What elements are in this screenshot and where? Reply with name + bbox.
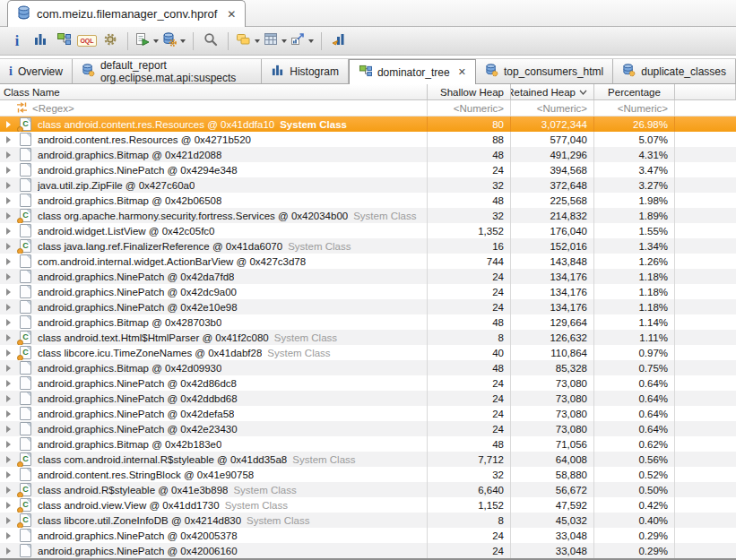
tab-duplicate-classes[interactable]: duplicate_classes (613, 59, 736, 83)
expand-arrow-icon[interactable] (6, 334, 11, 341)
editor-tab-hprof[interactable]: com.meizu.filemanager_conv.hprof ✕ (7, 0, 246, 27)
oql-button[interactable]: OQL (77, 30, 97, 52)
expand-arrow-icon[interactable] (6, 319, 11, 326)
query-browser-button[interactable] (162, 30, 186, 52)
info-button[interactable]: i (7, 30, 27, 52)
system-class-badge: System Class (353, 211, 416, 221)
oql-icon: OQL (77, 35, 96, 47)
class-name-cell: android.graphics.NinePatch @ 0x4294e348 (0, 162, 428, 177)
table-row[interactable]: com.android.internal.widget.ActionBarVie… (0, 254, 736, 269)
column-header-percentage[interactable]: Percentage (594, 84, 675, 99)
table-row[interactable]: class libcore.util.ZoneInfoDB @ 0x4214d8… (0, 513, 736, 528)
table-row[interactable]: class libcore.icu.TimeZoneNames @ 0x41da… (0, 345, 736, 360)
numeric-filter-retained[interactable]: <Numeric> (511, 100, 594, 116)
expand-arrow-icon[interactable] (6, 471, 11, 478)
shallow-heap-cell: 24 (428, 375, 511, 391)
table-row[interactable]: class org.apache.harmony.security.fortre… (0, 208, 736, 223)
table-row[interactable]: android.content.res.StringBlock @ 0x41e9… (0, 467, 736, 482)
table-row[interactable]: android.graphics.NinePatch @ 0x42ddbd68 … (0, 391, 736, 406)
expand-arrow-icon[interactable] (6, 304, 11, 311)
table-row[interactable]: class android.content.res.Resources @ 0x… (0, 116, 736, 132)
table-row[interactable]: android.graphics.NinePatch @ 0x42dc9a00 … (0, 284, 736, 299)
dominator-tree-icon (56, 32, 71, 49)
expand-arrow-icon[interactable] (6, 517, 11, 524)
expand-arrow-icon[interactable] (6, 502, 11, 509)
expand-arrow-icon[interactable] (6, 258, 11, 265)
table-row[interactable]: android.graphics.Bitmap @ 0x42d09930 48 … (0, 360, 736, 375)
row-icon (20, 376, 31, 390)
table-row[interactable]: class android.text.Html$HtmlParser @ 0x4… (0, 330, 736, 345)
expand-arrow-icon[interactable] (6, 395, 11, 402)
table-row[interactable]: android.graphics.NinePatch @ 0x42da7fd8 … (0, 269, 736, 284)
table-row[interactable]: class com.android.internal.R$styleable @… (0, 452, 736, 467)
expand-arrow-icon[interactable] (6, 410, 11, 418)
search-button[interactable] (201, 30, 221, 52)
expand-arrow-icon[interactable] (6, 289, 11, 296)
expand-arrow-icon[interactable] (6, 212, 11, 220)
table-row[interactable]: android.graphics.Bitmap @ 0x42b183e0 48 … (0, 436, 736, 452)
shallow-heap-cell: 88 (428, 132, 511, 147)
group-by-button[interactable] (236, 30, 260, 52)
numeric-filter-shallow[interactable]: <Numeric> (428, 100, 511, 116)
table-row[interactable]: class android.R$styleable @ 0x41e3b898 S… (0, 482, 736, 497)
expand-arrow-icon[interactable] (6, 532, 11, 539)
table-row[interactable]: class java.lang.ref.FinalizerReference @… (0, 238, 736, 254)
table-row[interactable]: android.graphics.NinePatch @ 0x42006160 … (0, 543, 736, 558)
shallow-heap-cell: 24 (428, 406, 511, 421)
tab-histogram[interactable]: Histogram (262, 59, 349, 83)
expand-arrow-icon[interactable] (6, 136, 11, 143)
table-row[interactable]: android.graphics.Bitmap @ 0x428703b0 48 … (0, 314, 736, 330)
expand-arrow-icon[interactable] (6, 182, 11, 189)
close-icon[interactable]: ✕ (458, 66, 466, 78)
dominator-tree-button[interactable] (54, 30, 74, 52)
table-row[interactable]: android.graphics.Bitmap @ 0x421d2088 48 … (0, 147, 736, 162)
tab-top-consumers-html[interactable]: top_consumers_html (476, 59, 613, 83)
expand-arrow-icon[interactable] (6, 197, 11, 204)
expand-arrow-icon[interactable] (6, 273, 11, 280)
row-label: android.graphics.Bitmap @ 0x421d2088 (38, 150, 221, 160)
expand-arrow-icon[interactable] (6, 380, 11, 387)
table-row[interactable]: android.graphics.NinePatch @ 0x42e10e98 … (0, 299, 736, 314)
table-row[interactable]: android.graphics.NinePatch @ 0x42e23430 … (0, 421, 736, 436)
tab-default-report[interactable]: default_report org.eclipse.mat.api:suspe… (73, 59, 262, 83)
table-row[interactable]: android.content.res.Resources @ 0x4271b5… (0, 132, 736, 147)
expand-arrow-icon[interactable] (6, 487, 11, 494)
tab-label: top_consumers_html (504, 65, 603, 78)
expand-arrow-icon[interactable] (6, 243, 11, 250)
table-row[interactable]: java.util.zip.ZipFile @ 0x427c60a0 32 37… (0, 177, 736, 193)
table-row[interactable]: android.graphics.NinePatch @ 0x4294e348 … (0, 162, 736, 177)
filler-cell (675, 513, 736, 528)
tab-dominator-tree[interactable]: dominator_tree ✕ (349, 59, 476, 84)
table-row[interactable]: android.graphics.NinePatch @ 0x42005378 … (0, 528, 736, 543)
export-button[interactable] (290, 30, 314, 52)
column-header-shallow-heap[interactable]: Shallow Heap (428, 84, 511, 99)
expand-arrow-icon[interactable] (6, 349, 11, 357)
expand-arrow-icon[interactable] (6, 426, 11, 433)
table-row[interactable]: android.widget.ListView @ 0x42c05fc0 1,3… (0, 223, 736, 238)
expand-arrow-icon[interactable] (6, 167, 11, 174)
table-row[interactable]: android.graphics.NinePatch @ 0x42d86dc8 … (0, 375, 736, 391)
calculator-button[interactable] (264, 30, 287, 52)
table-row[interactable]: android.graphics.NinePatch @ 0x42defa58 … (0, 406, 736, 421)
histogram-icon (33, 32, 48, 49)
column-header-retained-heap[interactable]: Retained Heap (511, 84, 594, 99)
table-row[interactable]: class android.view.View @ 0x41dd1730 Sys… (0, 497, 736, 513)
gear-button[interactable] (100, 30, 120, 52)
compare-button[interactable] (329, 30, 349, 52)
expand-arrow-icon[interactable] (6, 121, 11, 128)
regex-filter-field[interactable]: <Regex> (0, 100, 428, 116)
expand-arrow-icon[interactable] (6, 228, 11, 235)
tab-overview[interactable]: i Overview (0, 59, 73, 83)
table-row[interactable]: android.graphics.Bitmap @ 0x42b06508 48 … (0, 193, 736, 208)
expand-arrow-icon[interactable] (6, 151, 11, 159)
histogram-button[interactable] (30, 30, 50, 52)
run-expert-report-button[interactable] (135, 30, 159, 52)
expand-arrow-icon[interactable] (6, 365, 11, 372)
numeric-filter-percentage[interactable]: <Numeric> (594, 100, 675, 116)
column-header-class-name[interactable]: Class Name (0, 84, 428, 99)
expand-arrow-icon[interactable] (6, 456, 11, 463)
expand-arrow-icon[interactable] (6, 547, 11, 555)
close-icon[interactable]: ✕ (227, 8, 236, 21)
expand-arrow-icon[interactable] (6, 441, 11, 448)
percentage-cell: 1.11% (594, 330, 675, 345)
